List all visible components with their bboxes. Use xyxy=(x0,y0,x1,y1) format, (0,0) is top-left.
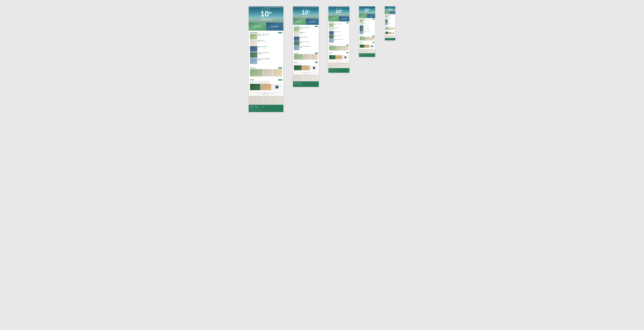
news-item[interactable]: 2024.03ニュース xyxy=(329,54,348,54)
history-panel[interactable]: HISTORY xyxy=(385,12,390,14)
works-image-3[interactable] xyxy=(273,69,282,76)
footer-link[interactable]: 採用情報 xyxy=(298,82,302,83)
news-more-btn[interactable] xyxy=(394,31,395,32)
history-panel[interactable]: HISTORY xyxy=(359,14,367,18)
business-item[interactable]: ASSET UTILIZATION xyxy=(360,29,374,31)
news-image-3[interactable] xyxy=(272,84,282,90)
footer-link[interactable]: 会社概要 xyxy=(329,69,331,69)
business-item[interactable]: ASSET UTILIZATION資産活用 xyxy=(294,41,318,46)
news-item[interactable]: 2024.03.15ニュースリリース xyxy=(294,63,318,64)
business-item[interactable]: LAND DEVELOPMENT土地開発・分譲事業 xyxy=(250,34,282,40)
news-image-1[interactable] xyxy=(329,55,336,59)
news-item[interactable]: 2024.03 xyxy=(360,43,374,44)
footer-link[interactable]: 事業 xyxy=(329,70,331,70)
works-more-btn[interactable]: MORE xyxy=(346,45,348,46)
news-more-btn[interactable]: MORE xyxy=(346,52,348,53)
works-image-3[interactable] xyxy=(343,46,348,51)
works-image-2[interactable] xyxy=(263,69,272,76)
business-item[interactable]: LAND DEVELOPMENT xyxy=(329,24,348,27)
footer-link[interactable]: ニュース xyxy=(250,108,253,109)
footer-link[interactable]: 事業内容 xyxy=(294,83,296,84)
footer-link[interactable]: 会社 xyxy=(360,54,361,54)
news-image-3[interactable] xyxy=(392,32,395,34)
future-panel[interactable]: FUTURE xyxy=(367,14,375,18)
footer-link[interactable]: 採用 xyxy=(332,69,334,69)
footer-link[interactable]: 事業内容 xyxy=(250,107,253,108)
business-item[interactable]: HOTEL & RESORTホテル事業 xyxy=(294,37,318,41)
business-item[interactable]: RESIDENCE住宅・マンション事業 xyxy=(250,40,282,46)
business-item[interactable]: URBAN DEVELOPMENT都市開発事業 xyxy=(250,58,282,64)
news-image-1[interactable] xyxy=(294,65,302,70)
works-image-2[interactable] xyxy=(304,54,310,60)
footer-link[interactable]: 採用情報 xyxy=(254,106,259,107)
footer-link[interactable]: 会社 xyxy=(385,38,386,39)
footer-link[interactable]: 事業 xyxy=(386,38,388,39)
business-item[interactable]: HOTEL & RESORTホテル・リゾート事業 xyxy=(250,46,282,52)
business-more-btn[interactable] xyxy=(394,15,395,15)
works-image-2[interactable] xyxy=(389,28,392,30)
works-image-1[interactable] xyxy=(329,46,337,51)
history-panel[interactable]: HISTORY xyxy=(328,17,339,22)
news-item[interactable]: 2024.02.20ニュースリリース xyxy=(294,64,318,65)
works-more-btn[interactable]: MORE xyxy=(315,53,318,54)
news-image-1[interactable] xyxy=(360,45,364,48)
news-item[interactable]: 2024.02ニュース xyxy=(329,54,348,55)
footer-link[interactable]: 問合せ xyxy=(332,70,334,70)
news-image-3[interactable] xyxy=(342,55,348,59)
business-more-btn[interactable]: MORE xyxy=(346,22,348,23)
business-item[interactable]: HOTEL & RESORT xyxy=(360,26,374,28)
history-panel[interactable]: History xyxy=(293,19,306,25)
works-image-2[interactable] xyxy=(366,37,370,41)
business-item[interactable]: LAND DEVELOPMENT xyxy=(360,20,374,23)
footer-link[interactable]: 問合 xyxy=(363,54,364,54)
news-image-2[interactable] xyxy=(336,55,342,59)
news-item[interactable]: 2024.02 xyxy=(360,44,374,45)
footer-link[interactable]: 地図 xyxy=(334,69,335,69)
works-image-1[interactable] xyxy=(360,37,366,41)
future-panel[interactable]: Future xyxy=(306,19,319,25)
business-item[interactable]: LAND xyxy=(385,16,395,18)
works-more-btn[interactable]: MORE xyxy=(372,36,374,37)
footer-link[interactable]: サイトマップ xyxy=(261,106,266,107)
news-image-1[interactable] xyxy=(385,32,388,34)
business-item[interactable]: LAND DEVELOPMENT土地開発 xyxy=(294,27,318,32)
future-panel[interactable]: FUTURE xyxy=(339,17,349,22)
news-item[interactable]: 2024.03.15ニュースリリースのタイトルが入ります xyxy=(250,81,282,82)
future-panel[interactable]: FUTURE xyxy=(390,12,396,14)
footer-link[interactable]: お問い合わせ xyxy=(298,83,302,84)
business-item[interactable]: HOTEL xyxy=(385,20,395,21)
news-image-3[interactable] xyxy=(370,45,374,48)
works-more-btn[interactable] xyxy=(394,27,395,27)
works-image-3[interactable] xyxy=(392,28,395,30)
news-image-2[interactable] xyxy=(261,84,271,90)
footer-link[interactable]: 会社概要 xyxy=(294,82,296,83)
news-item[interactable]: 2024.02.20ニュースリリースのタイトルが入ります xyxy=(250,82,282,83)
business-item[interactable]: RESIDENCE xyxy=(385,18,395,19)
business-item[interactable]: URBAN DEVELOPMENT xyxy=(360,32,374,34)
works-image-1[interactable] xyxy=(250,69,263,76)
works-image-1[interactable] xyxy=(385,28,389,30)
works-image-1[interactable] xyxy=(294,54,304,60)
business-item[interactable]: URBAN xyxy=(385,23,395,25)
business-more-btn[interactable]: MORE xyxy=(315,26,318,27)
works-image-2[interactable] xyxy=(337,46,343,51)
news-image-1[interactable] xyxy=(250,84,260,90)
news-more-btn[interactable]: MORE xyxy=(372,42,374,43)
business-item[interactable]: URBAN DEVELOPMENT都市開発 xyxy=(294,46,318,50)
business-item[interactable]: URBAN DEVELOPMENT xyxy=(329,39,348,43)
business-item[interactable]: ASSET UTILIZATION xyxy=(329,35,348,39)
business-more-btn[interactable]: MORE xyxy=(372,19,374,20)
footer-link[interactable]: プライバシー xyxy=(254,108,259,109)
business-item[interactable]: ASSET UTILIZATION資産活用事業 xyxy=(250,52,282,58)
news-image-2[interactable] xyxy=(302,65,310,70)
business-item[interactable]: RESIDENCE xyxy=(329,27,348,31)
news-more-btn[interactable]: MORE xyxy=(278,79,282,81)
business-item[interactable]: HOTEL & RESORT xyxy=(329,31,348,35)
footer-link[interactable]: 会社概要 xyxy=(250,106,253,107)
works-image-3[interactable] xyxy=(311,54,318,60)
news-more-btn[interactable]: MORE xyxy=(315,62,318,63)
history-panel[interactable]: HISTORY xyxy=(249,23,266,31)
business-item[interactable]: RESIDENCE xyxy=(360,23,374,26)
news-image-2[interactable] xyxy=(365,45,370,48)
news-image-3[interactable] xyxy=(310,65,318,70)
